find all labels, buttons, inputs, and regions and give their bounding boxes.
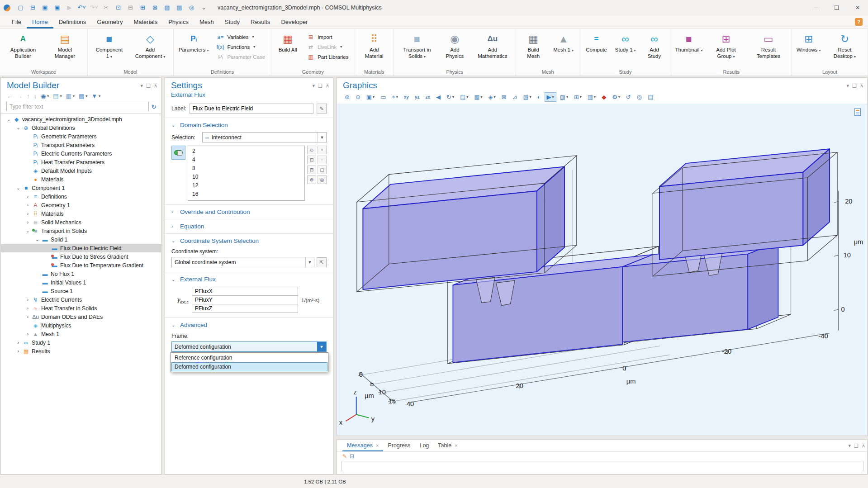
tree-item-solid-mechanics[interactable]: ›≣Solid Mechanics — [1, 218, 161, 227]
tree-item-materials[interactable]: ›⠿Materials — [1, 209, 161, 218]
tree-item-definitions[interactable]: ›≡Definitions — [1, 192, 161, 201]
tree-item-component-1[interactable]: ⌄■Component 1 — [1, 184, 161, 192]
pin-icon[interactable]: ⊼ — [862, 443, 865, 449]
chevron-closed-icon[interactable]: › — [15, 340, 22, 345]
tree-item-results[interactable]: ›▦Results — [1, 347, 161, 355]
domain-list-item[interactable]: 4 — [188, 156, 304, 164]
tree-item-study-1[interactable]: ›∞Study 1 — [1, 338, 161, 347]
ribbon-model-manager-button[interactable]: ▤Model Manager — [47, 31, 83, 60]
chevron-closed-icon[interactable]: › — [24, 211, 31, 216]
tree-item-multiphysics[interactable]: ◈Multiphysics — [1, 321, 161, 330]
filter-icon[interactable]: ▼▾ — [91, 93, 100, 99]
zoom-to-selection-icon[interactable]: ⊕ — [307, 175, 316, 184]
advanced-header[interactable]: ⌄ Advanced — [165, 318, 333, 332]
zoom-box-icon[interactable]: ▭ — [378, 92, 388, 102]
collapse-icon[interactable]: ▾ — [847, 83, 849, 89]
node-settings-icon[interactable]: ▦▾ — [79, 93, 87, 99]
tree-item-geometric-parameters[interactable]: PᵢGeometric Parameters — [1, 132, 161, 141]
update-icon[interactable]: ↺ — [624, 92, 633, 102]
ribbon-add-study-button[interactable]: ∞Add Study — [642, 31, 667, 60]
print-icon[interactable]: ▤ — [645, 92, 655, 102]
coordinate-system-header[interactable]: ⌄ Coordinate System Selection — [165, 234, 333, 248]
select-mode-icon[interactable]: ▧▾ — [521, 92, 533, 102]
ribbon-parameters-button[interactable]: PᵢParameters▾ — [178, 31, 209, 54]
chevron-closed-icon[interactable]: › — [24, 297, 31, 302]
chevron-closed-icon[interactable]: › — [24, 194, 31, 199]
ribbon-transport-in-solids-button[interactable]: ■Transport in Solids▾ — [398, 31, 436, 60]
chevron-open-icon[interactable]: ⌄ — [5, 117, 12, 122]
customize-toolbar-icon[interactable]: ⌄ — [198, 2, 209, 13]
domain-list-item[interactable]: 10 — [188, 173, 304, 181]
tree-item-transport-parameters[interactable]: PᵢTransport Parameters — [1, 141, 161, 149]
view-zx-icon[interactable]: zx — [423, 92, 432, 102]
chevron-open-icon[interactable]: ⌄ — [15, 185, 22, 190]
collapse-icon[interactable]: ▾ — [313, 83, 315, 89]
remove-from-selection-icon[interactable]: − — [318, 156, 327, 164]
domain-list-item[interactable]: 8 — [188, 164, 304, 173]
clear-selection-icon[interactable]: ▢ — [318, 166, 327, 174]
move-down-icon[interactable]: ↓ — [34, 93, 37, 99]
maximize-button[interactable]: ❑ — [826, 0, 847, 15]
ribbon-add-material-button[interactable]: ⠿Add Material — [359, 31, 389, 60]
tab-log[interactable]: Log — [415, 440, 433, 451]
copy-selection-icon[interactable]: ⊡ — [307, 156, 316, 164]
zoom-in-icon[interactable]: ⊕ — [342, 92, 352, 102]
tab-progress[interactable]: Progress — [383, 440, 415, 451]
domain-list[interactable]: 248101216 — [188, 146, 305, 201]
menu-definitions[interactable]: Definitions — [53, 15, 92, 28]
paste-selection-icon[interactable]: ⊟ — [307, 166, 316, 174]
ribbon-import-button[interactable]: ⊞Import — [304, 32, 350, 42]
ribbon-mesh-1-button[interactable]: ▲Mesh 1▾ — [551, 31, 576, 54]
ribbon-add-physics-button[interactable]: ◉Add Physics — [441, 31, 469, 60]
frame-option-deformed-configuration[interactable]: Deformed configuration — [171, 362, 327, 371]
view-xy-icon[interactable]: xy — [402, 92, 411, 102]
external-flux-input-1[interactable] — [192, 295, 298, 304]
float-icon[interactable]: ❑ — [852, 83, 857, 89]
redo-icon[interactable]: ↷˅ — [88, 2, 100, 13]
active-toggle-button[interactable] — [171, 146, 185, 160]
menu-geometry[interactable]: Geometry — [91, 15, 128, 28]
tree-item-initial-values-1[interactable]: ▬Initial Values 1 — [1, 278, 161, 287]
chevron-closed-icon[interactable]: › — [24, 314, 31, 319]
menu-home[interactable]: Home — [27, 15, 53, 28]
save-as-icon[interactable]: ▣ — [52, 2, 63, 13]
snapshot-icon[interactable]: ◎ — [635, 92, 644, 102]
tab-table[interactable]: Table× — [433, 440, 462, 451]
collapse-icon[interactable]: ▾ — [849, 443, 851, 449]
menu-file[interactable]: File — [6, 15, 27, 28]
transparency-icon[interactable]: ◐ — [535, 92, 543, 102]
tree-item-heat-transfer-parameters[interactable]: PᵢHeat Transfer Parameters — [1, 158, 161, 166]
menu-results[interactable]: Results — [245, 15, 275, 28]
open-icon[interactable]: ⊟ — [27, 2, 38, 13]
domain-list-item[interactable]: 12 — [188, 181, 304, 190]
clear-selection-icon[interactable]: ▨ — [174, 2, 185, 13]
menu-physics[interactable]: Physics — [163, 15, 194, 28]
delete-icon[interactable]: ⊠ — [149, 2, 161, 13]
graphics-canvas[interactable]: 20100µm-40-2002040µm051015µmxyz — [337, 104, 867, 436]
tree-item-electric-currents-parameters[interactable]: PᵢElectric Currents Parameters — [1, 149, 161, 158]
pin-icon[interactable]: ⊼ — [154, 83, 157, 89]
copy-icon[interactable]: ⊡ — [113, 2, 124, 13]
domain-selection-header[interactable]: ⌄ Domain Selection — [165, 118, 333, 132]
ribbon-add-component-button[interactable]: ◇Add Component▾ — [131, 31, 169, 60]
tree-item-global-definitions[interactable]: ⌄⊕Global Definitions — [1, 123, 161, 132]
help-icon[interactable]: ? — [855, 18, 863, 26]
tree-item-mesh-1[interactable]: ›▲Mesh 1 — [1, 330, 161, 338]
ribbon-functions-button[interactable]: f(x)Functions▾ — [214, 42, 267, 52]
wireframe-icon[interactable]: ▨▾ — [558, 92, 570, 102]
filter-input[interactable] — [6, 102, 149, 111]
forward-icon[interactable]: → — [17, 93, 23, 99]
show-icon[interactable]: ◉▾ — [41, 93, 49, 99]
expand-icon[interactable]: ▤▾ — [53, 93, 62, 99]
tree-item-transport-in-solids[interactable]: ⌄■Transport in Solids — [1, 227, 161, 235]
go-to-source-button[interactable]: ⇱ — [317, 257, 327, 267]
chevron-open-icon[interactable]: ⌄ — [15, 125, 22, 130]
collapse-icon[interactable]: ▾ — [141, 83, 143, 89]
animate-icon[interactable]: ▶▾ — [545, 92, 556, 102]
tree-item-electric-currents[interactable]: ›↯Electric Currents — [1, 295, 161, 304]
tree-item-materials[interactable]: ●Materials — [1, 175, 161, 184]
image-settings-icon[interactable]: ▦▾ — [472, 92, 484, 102]
selection-combo[interactable]: ∞ Interconnect ▼ — [202, 132, 327, 142]
plot-info-icon[interactable] — [854, 108, 861, 116]
grid-view-icon[interactable]: ▥▾ — [585, 92, 598, 102]
